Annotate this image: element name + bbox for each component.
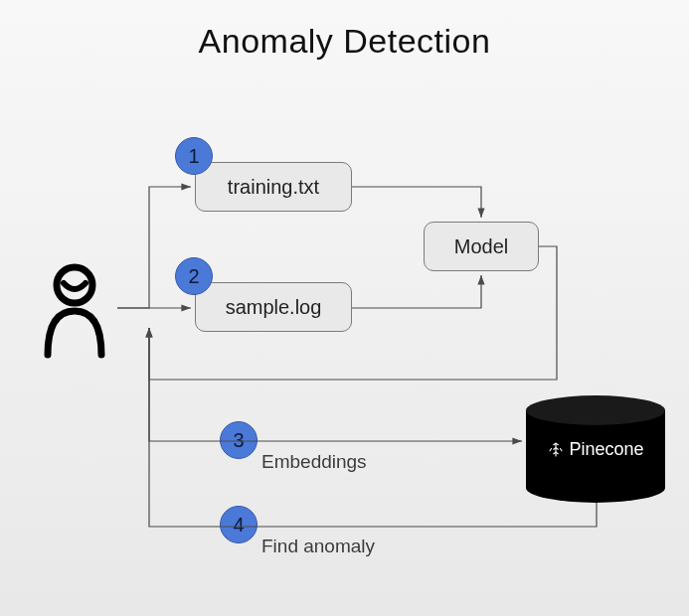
node-training-label: training.txt xyxy=(228,176,319,199)
step-badge-2: 2 xyxy=(175,257,213,295)
user-icon xyxy=(36,263,113,363)
edge-label-embeddings: Embeddings xyxy=(261,451,367,473)
node-sample-log: sample.log xyxy=(195,282,352,332)
step-badge-4: 4 xyxy=(220,506,258,543)
node-model: Model xyxy=(424,222,539,271)
step-badge-3: 3 xyxy=(220,421,258,459)
node-model-label: Model xyxy=(454,235,508,258)
node-pinecone-db: Pinecone xyxy=(526,395,665,503)
node-sample-label: sample.log xyxy=(226,296,322,319)
step-badge-1: 1 xyxy=(175,137,213,175)
diagram-canvas: training.txt sample.log Model 1 2 3 4 Pi… xyxy=(0,0,689,616)
pinecone-logo-icon xyxy=(547,441,565,459)
node-training-txt: training.txt xyxy=(195,162,352,212)
node-pinecone-label: Pinecone xyxy=(569,439,643,460)
edge-label-find-anomaly: Find anomaly xyxy=(261,536,375,557)
